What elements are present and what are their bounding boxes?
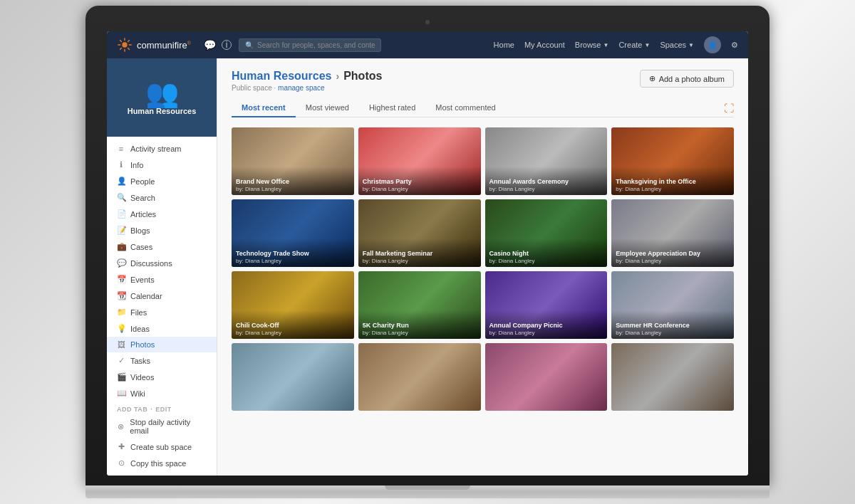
photo-by: by: Diana Langley [363,186,477,192]
content-area: Human Resources › Photos Public space · … [217,58,748,476]
edit-link[interactable]: EDIT [155,406,172,413]
photo-title: Brand New Office [236,178,350,186]
photo-item[interactable]: 5K Charity Runby: Diana Langley [358,271,481,339]
add-tab-link[interactable]: ADD TAB [117,406,147,413]
photo-overlay: Summer HR Conferenceby: Diana Langley [611,310,734,339]
my-account-link[interactable]: My Account [524,41,565,49]
add-album-label: Add a photo album [659,75,725,83]
photo-by: by: Diana Langley [489,330,603,336]
sidebar-item-info[interactable]: ℹ Info [107,157,217,173]
photo-item[interactable]: Christmas Partyby: Diana Langley [358,127,481,195]
sidebar-action-stop-email[interactable]: ⊗ Stop daily activity email [107,414,217,439]
photo-item[interactable]: Annual Company Picnicby: Diana Langley [485,271,608,339]
spaces-dropdown[interactable]: Spaces ▼ [660,41,694,49]
photo-item[interactable] [611,343,734,411]
tab-most-commented[interactable]: Most commented [425,99,505,117]
photo-overlay: Technology Trade Showby: Diana Langley [232,238,354,267]
sidebar-item-search[interactable]: 🔍 Search [107,189,217,206]
photo-item[interactable]: Technology Trade Showby: Diana Langley [232,199,354,267]
sidebar-item-label: Activity stream [130,145,182,153]
tab-highest-rated[interactable]: Highest rated [359,99,425,117]
stop-email-icon: ⊗ [117,422,125,431]
photo-item[interactable] [232,343,354,411]
photo-title: Summer HR Conference [616,322,730,330]
sidebar-item-events[interactable]: 📅 Events [107,271,217,288]
photo-item[interactable]: Brand New Officeby: Diana Langley [232,127,354,195]
photo-item[interactable]: Fall Marketing Seminarby: Diana Langley [358,199,481,267]
add-album-button[interactable]: ⊕ Add a photo album [640,70,734,88]
sidebar-item-label: Discussions [130,259,172,268]
photo-item[interactable] [358,343,481,411]
search-input[interactable] [257,41,375,49]
sidebar-item-cases[interactable]: 💼 Cases [107,238,217,255]
photo-item[interactable]: Casino Nightby: Diana Langley [485,199,608,267]
search-icon: 🔍 [245,41,254,49]
laptop-base [86,485,770,498]
tab-most-recent[interactable]: Most recent [232,99,296,117]
chat-icon[interactable]: 💬 [204,39,216,51]
photo-item[interactable]: Summer HR Conferenceby: Diana Langley [611,271,734,339]
photo-by: by: Diana Langley [616,258,730,264]
sidebar-item-label: Ideas [130,325,150,333]
sidebar-item-label: People [130,177,155,186]
sidebar-action-create-subspace[interactable]: ✚ Create sub space [107,439,217,455]
info-icon[interactable]: i [222,40,232,50]
breadcrumb-space-link[interactable]: Human Resources [232,70,332,83]
photo-item[interactable]: Thanksgiving in the Officeby: Diana Lang… [611,127,734,195]
browse-dropdown[interactable]: Browse ▼ [575,41,609,49]
sidebar-action-copy-space[interactable]: ⊙ Copy this space [107,455,217,471]
photo-item[interactable]: Employee Appreciation Dayby: Diana Langl… [611,199,734,267]
home-link[interactable]: Home [494,41,514,49]
content-header: Human Resources › Photos Public space · … [232,70,734,92]
manage-space-link[interactable]: manage space [278,84,325,92]
sidebar-item-label: Wiki [130,389,145,398]
tab-most-viewed[interactable]: Most viewed [296,99,359,117]
sidebar-item-ideas[interactable]: 💡 Ideas [107,320,217,337]
svg-point-0 [122,42,127,47]
photo-item[interactable]: Chili Cook-Offby: Diana Langley [232,271,354,339]
nav-icons: 💬 i [204,39,232,51]
photo-title: Casino Night [489,250,603,258]
search-bar[interactable]: 🔍 [239,38,381,52]
sidebar-item-articles[interactable]: 📄 Articles [107,206,217,222]
sidebar-item-label: Photos [130,340,155,349]
svg-line-6 [128,48,130,50]
rss-icon[interactable]: ⛶ [724,103,734,114]
sidebar-header: 👥 Human Resources [107,58,217,137]
create-subspace-icon: ✚ [117,442,125,451]
tasks-icon: ✓ [117,356,125,365]
sidebar-item-discussions[interactable]: 💬 Discussions [107,255,217,271]
search-nav-icon: 🔍 [117,193,125,202]
main-content: 👥 Human Resources ≡ Activity stream ℹ In… [107,58,748,476]
create-dropdown[interactable]: Create ▼ [618,41,650,49]
sidebar-item-photos[interactable]: 🖼 Photos [107,337,217,352]
sidebar-item-label: Tasks [130,357,150,365]
photo-overlay: 5K Charity Runby: Diana Langley [358,310,481,339]
divider-sep: · [150,406,152,413]
breadcrumb-current: Photos [343,70,382,83]
sidebar-item-videos[interactable]: 🎬 Videos [107,369,217,385]
articles-icon: 📄 [117,209,125,219]
photo-item[interactable]: Annual Awards Ceremonyby: Diana Langley [485,127,608,195]
sidebar-item-tasks[interactable]: ✓ Tasks [107,352,217,369]
photo-by: by: Diana Langley [616,330,730,336]
sidebar-item-activity-stream[interactable]: ≡ Activity stream [107,141,217,157]
sidebar-item-label: Stop daily activity email [130,418,207,435]
sidebar-item-calendar[interactable]: 📆 Calendar [107,288,217,304]
sidebar-item-label: Cases [130,243,152,251]
sidebar-item-wiki[interactable]: 📖 Wiki [107,385,217,401]
photo-overlay: Chili Cook-Offby: Diana Langley [232,310,354,339]
sidebar-item-files[interactable]: 📁 Files [107,304,217,320]
photo-overlay: Casino Nightby: Diana Langley [485,238,608,267]
photo-background [232,343,354,411]
sidebar-item-people[interactable]: 👤 People [107,173,217,189]
breadcrumb: Human Resources › Photos [232,70,382,83]
photo-item[interactable] [485,343,608,411]
settings-icon[interactable]: ⚙ [731,41,738,50]
sidebar-item-blogs[interactable]: 📝 Blogs [107,222,217,238]
wiki-icon: 📖 [117,389,125,398]
avatar[interactable]: 👤 [704,36,721,53]
photo-by: by: Diana Langley [236,330,350,336]
cases-icon: 💼 [117,242,125,251]
photo-title: Thanksgiving in the Office [616,178,730,186]
